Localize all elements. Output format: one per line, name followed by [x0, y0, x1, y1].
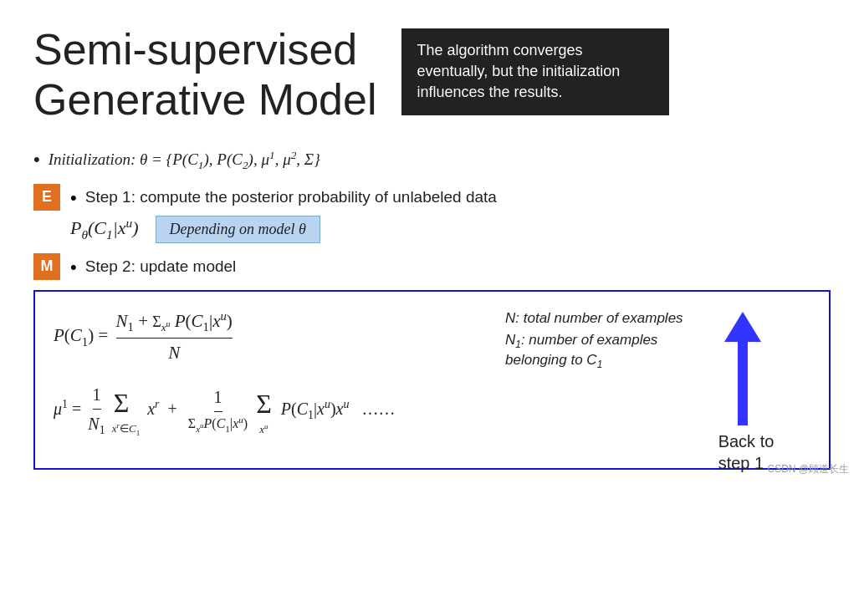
m-badge: M [33, 253, 60, 280]
step2-bullet: • [70, 258, 77, 277]
formulas-left: P(C1) = N1 + Σxu P(C1|xu) N μ1 = 1 [54, 307, 488, 454]
main-container: Semi-supervised Generative Model The alg… [0, 0, 864, 486]
step1-formula: Pθ(C1|xu) [70, 216, 139, 242]
content-area: Back to step 1 • Initialization: θ = {P(… [33, 149, 831, 471]
dep-box: Depending on model θ [156, 216, 320, 243]
back-to-step-area: Back to step 1 [705, 312, 780, 474]
bullet-dot: • [33, 150, 40, 169]
m-step-row: M • Step 2: update model [33, 253, 831, 280]
formula-pc1: P(C1) = N1 + Σxu P(C1|xu) N [54, 307, 488, 368]
initialization-text: Initialization: θ = {P(C1), P(C2), μ1, μ… [49, 149, 320, 172]
arrow-shaft [738, 342, 748, 425]
blue-box-inner: P(C1) = N1 + Σxu P(C1|xu) N μ1 = 1 [54, 307, 810, 454]
e-step-row: E • Step 1: compute the posterior probab… [33, 184, 831, 211]
formula-mu1: μ1 = 1 N1 Σ xr∈C1 xr + 1 [54, 381, 488, 440]
step1-formula-row: Pθ(C1|xu) Depending on model θ [70, 216, 831, 243]
step1-text: Step 1: compute the posterior probabilit… [85, 188, 497, 206]
step2-text: Step 2: update model [85, 257, 237, 276]
initialization-row: • Initialization: θ = {P(C1), P(C2), μ1,… [33, 149, 831, 172]
step1-bullet: • [70, 189, 77, 207]
page-title: Semi-supervised Generative Model [33, 25, 376, 125]
e-badge: E [33, 184, 60, 211]
callout-box: The algorithm converges eventually, but … [401, 28, 669, 115]
back-to-label-row: Back to step 1 [712, 430, 775, 474]
frac-pc1: N1 + Σxu P(C1|xu) N [116, 307, 233, 368]
arrow-up-icon [724, 312, 761, 342]
back-to-step-label: Back to step 1 [718, 430, 775, 474]
watermark: CSDN @顾道长生 [767, 462, 849, 476]
title-section: Semi-supervised Generative Model The alg… [33, 25, 831, 125]
